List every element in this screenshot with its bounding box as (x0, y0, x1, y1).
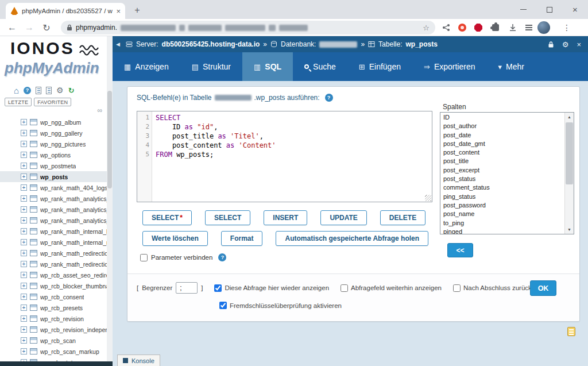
column-option[interactable]: post_content (440, 148, 564, 157)
sidebar-table-item[interactable]: +wp_rcb_asset_seo_redire (0, 269, 107, 280)
column-option[interactable]: post_title (440, 157, 564, 165)
sidebar-scrollbar[interactable] (107, 36, 113, 366)
select--button[interactable]: SELECT* (142, 210, 192, 225)
close-button[interactable]: × (562, 0, 588, 19)
expand-icon[interactable]: + (21, 141, 27, 147)
sidebar-table-item[interactable]: +wp_rcb_revision_independ (0, 324, 107, 335)
column-option[interactable]: post_author (440, 122, 564, 130)
tab-anzeigen[interactable]: ▦Anzeigen (113, 52, 180, 81)
scroll-down-arrow[interactable]: ▼ (565, 225, 574, 234)
select-button[interactable]: SELECT (205, 210, 250, 225)
sidebar-table-item[interactable]: +wp_rcb_presets (0, 302, 107, 313)
favorite-tables-button[interactable]: FAVORITEN (34, 98, 71, 106)
update-button[interactable]: UPDATE (320, 210, 366, 225)
sidebar-table-item[interactable]: +wp_ngg_gallery (0, 128, 107, 138)
tab-struktur[interactable]: ▤Struktur (180, 52, 242, 81)
keep-querybox-checkbox[interactable] (341, 284, 348, 292)
sidebar-table-item[interactable]: +wp_rank_math_analytics_ (0, 204, 107, 215)
retain-query-option[interactable]: Diese Abfrage hier wieder anzeigen (214, 284, 329, 292)
tab-close-icon[interactable]: × (116, 7, 121, 16)
query-window-icon[interactable] (567, 327, 575, 336)
sidebar-table-item[interactable]: +wp_rank_math_analytics_ (0, 193, 107, 204)
sidebar-table-item[interactable]: +wp_options (0, 149, 107, 160)
retain-query-checkbox[interactable] (214, 284, 222, 292)
scrollbar-thumb[interactable] (107, 91, 112, 188)
adblock-plus-extension-icon[interactable] (472, 21, 485, 34)
expand-icon[interactable]: + (21, 228, 27, 234)
collapse-nav-arrow[interactable]: ◀ (116, 41, 120, 47)
column-option[interactable]: post_name (440, 210, 564, 218)
adblock-extension-icon[interactable] (456, 21, 469, 34)
sidebar-table-item[interactable]: +wp_postmeta (0, 160, 107, 171)
maximize-button[interactable] (536, 0, 562, 19)
settings-icon[interactable]: ⚙ (56, 86, 64, 94)
sidebar-table-item[interactable]: +wp_rcb_scan_markup (0, 346, 107, 357)
column-option[interactable]: comment_status (440, 183, 564, 192)
browser-menu-icon[interactable]: ⋮ (560, 21, 573, 34)
browser-tab[interactable]: phpMyAdmin / dbs2035527 / w × (6, 3, 125, 19)
column-option[interactable]: post_date (440, 131, 564, 140)
expand-icon[interactable]: + (21, 315, 27, 322)
minimize-button[interactable] (510, 0, 536, 19)
column-option[interactable]: post_excerpt (440, 166, 564, 175)
sidebar-table-item[interactable]: +wp_rcb_revision (0, 313, 107, 324)
refresh-icon[interactable]: ↻ (68, 87, 75, 94)
sidebar-table-item[interactable]: +wp_rank_math_404_logs (0, 182, 107, 193)
new-tab-button[interactable]: + (131, 4, 144, 17)
console-bar[interactable]: Konsole (117, 355, 160, 366)
bind-parameters-checkbox[interactable] (140, 254, 148, 261)
tab-suche[interactable]: Suche (293, 52, 347, 81)
expand-icon[interactable]: + (21, 206, 27, 213)
columns-scrollbar[interactable]: ▲ ▼ (564, 113, 574, 234)
column-option[interactable]: post_status (440, 175, 564, 183)
home-icon[interactable]: ⌂ (14, 86, 19, 95)
sync-icon[interactable]: ∞ (97, 106, 102, 114)
bind-parameters-option[interactable]: Parameter verbinden ? (140, 253, 226, 261)
sql-editor[interactable]: 12345 SELECT ID as "id", post_title as '… (137, 111, 432, 202)
expand-icon[interactable]: + (21, 163, 27, 169)
expand-icon[interactable]: + (21, 152, 27, 158)
column-option[interactable]: ping_status (440, 192, 564, 201)
extensions-puzzle-icon[interactable] (489, 21, 502, 34)
werte-l-schen-button[interactable]: Werte löschen (142, 231, 208, 246)
sidebar-table-item[interactable]: +wp_rank_math_redirectio (0, 248, 107, 259)
page-settings-icon[interactable]: ⚙ (562, 41, 569, 48)
share-icon[interactable] (440, 21, 452, 34)
expand-icon[interactable]: + (21, 130, 27, 136)
sidebar-table-item[interactable]: +wp_rank_math_redirectio (0, 259, 107, 269)
delimiter-input[interactable] (176, 282, 198, 294)
fk-check-option[interactable]: Fremdschlüsselüberprüfung aktivieren (219, 302, 342, 309)
help-icon[interactable]: ? (24, 87, 31, 94)
sidebar-table-item[interactable]: +wp_rank_math_analytics_ (0, 215, 107, 226)
tab-exportieren[interactable]: ⇒Exportieren (412, 52, 487, 81)
resize-handle[interactable] (425, 195, 431, 201)
reload-button[interactable]: ↻ (40, 21, 53, 34)
sidebar-table-item[interactable]: +wp_rcb_consent (0, 291, 107, 302)
sidebar-table-item[interactable]: +wp_rcb_scan (0, 335, 107, 346)
bookmark-star-icon[interactable]: ☆ (423, 24, 430, 32)
expand-icon[interactable]: + (21, 305, 27, 311)
columns-list[interactable]: IDpost_authorpost_datepost_date_gmtpost_… (440, 112, 574, 234)
format-button[interactable]: Format (221, 231, 263, 246)
keep-querybox-option[interactable]: Abfragefeld weiterhin anzeigen (341, 284, 442, 292)
expand-icon[interactable]: + (21, 272, 27, 278)
reading-list-icon[interactable] (523, 21, 535, 34)
profile-avatar[interactable] (537, 21, 550, 34)
sidebar-table-item[interactable]: +wp_rank_math_internal_m (0, 237, 107, 248)
column-option[interactable]: post_password (440, 201, 564, 210)
downloads-icon[interactable] (506, 21, 519, 34)
expand-icon[interactable]: + (21, 348, 27, 355)
expand-icon[interactable]: + (21, 174, 27, 180)
fk-check-checkbox[interactable] (219, 302, 227, 309)
insert-columns-button[interactable]: << (447, 243, 473, 257)
tab-sql[interactable]: ▥SQL (242, 52, 293, 81)
table-value[interactable]: wp_posts (405, 40, 437, 48)
expand-icon[interactable]: + (21, 217, 27, 224)
expand-icon[interactable]: + (21, 294, 27, 300)
docs-icon[interactable] (46, 87, 52, 94)
help-icon[interactable]: ? (325, 94, 333, 102)
columns-scrollbar-thumb[interactable] (566, 122, 573, 184)
expand-icon[interactable]: + (21, 250, 27, 256)
insert-button[interactable]: INSERT (264, 210, 307, 225)
column-option[interactable]: ID (440, 113, 564, 122)
